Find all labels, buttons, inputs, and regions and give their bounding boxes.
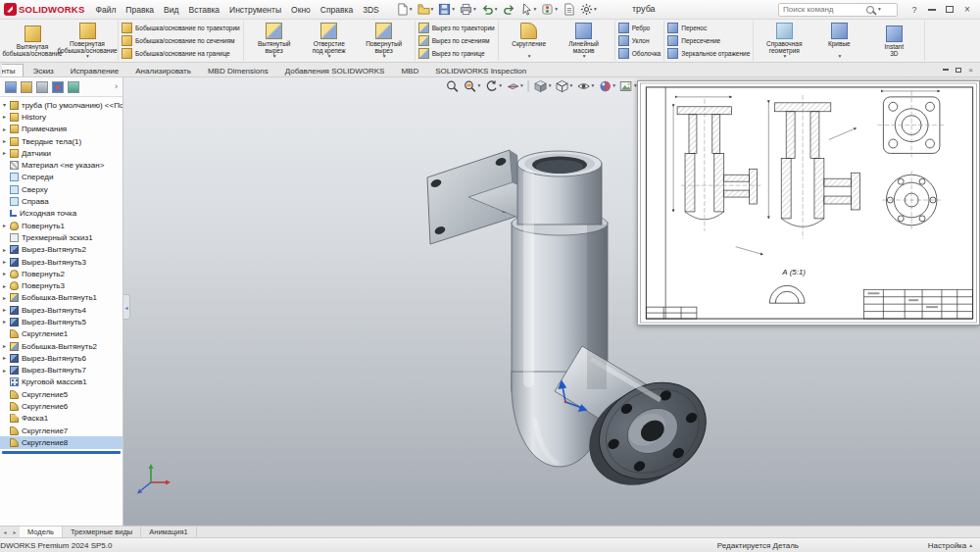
instant3d-button[interactable]: Instant3D [866,25,921,58]
dropdown-caret[interactable] [478,83,481,89]
search-dropdown-caret[interactable] [878,7,881,13]
doc-restore-button[interactable] [952,64,964,75]
tree-item-12[interactable]: Вырез-Вытянуть3 [0,256,122,268]
panel-collapse-handle[interactable] [123,294,130,320]
boundary-boss-button[interactable]: Бобышка/основание на границе [122,48,230,60]
expander-icon[interactable] [3,368,10,374]
search-input[interactable] [783,5,863,14]
expander-icon[interactable] [3,319,10,325]
revolved-boss-button[interactable]: Повернутаябобышка/основание [60,22,115,61]
linear-pattern-button[interactable]: Линейныймассив [557,22,612,61]
dropdown-caret[interactable] [528,54,531,60]
tab-0[interactable]: Элементы [2,64,24,76]
edit-appearance-button[interactable] [597,78,616,94]
hole-wizard-button[interactable]: Отверстиепод крепеж [302,22,357,61]
zoom-area-button[interactable] [463,78,482,94]
help-button[interactable] [906,2,923,17]
zoom-fit-button[interactable] [445,78,461,94]
expander-icon[interactable] [3,355,10,361]
close-button[interactable] [958,2,976,17]
tree-item-8[interactable]: Исходная точка [0,208,122,220]
menu-view[interactable]: Вид [159,5,183,15]
expander-icon[interactable] [3,307,10,313]
tree-item-23[interactable]: Скругление5 [0,388,122,400]
tree-item-17[interactable]: Вырез-Вытянуть5 [0,316,122,327]
intersect-button[interactable]: Пересечение [667,35,720,47]
tab-5[interactable]: Добавления SOLIDWORKS [277,65,393,76]
panel-tab-configurationmanager[interactable] [36,81,48,93]
file-properties-button[interactable] [561,3,577,16]
menu-window[interactable]: Окно [286,5,316,15]
tree-item-18[interactable]: Скругление1 [0,328,122,340]
expander-icon[interactable] [3,126,10,132]
tree-item-20[interactable]: Вырез-Вытянуть6 [0,352,122,364]
drawing-overlay[interactable]: А (5:1) [637,80,980,326]
tree-item-0[interactable]: History [0,111,122,123]
tree-item-16[interactable]: Вырез-Вытянуть4 [0,304,122,316]
dropdown-caret[interactable] [499,83,502,89]
lofted-boss-button[interactable]: Бобышка/основание по сечениям [122,35,234,47]
tab-1[interactable]: Эскиз [24,65,61,76]
expander-icon[interactable] [3,343,10,349]
dropdown-caret[interactable] [273,54,276,60]
tabs-scroll-left-button[interactable] [0,527,10,537]
move-button[interactable]: Перенос [667,23,707,34]
expander-icon[interactable] [3,247,10,253]
tree-item-13[interactable]: Повернуть2 [0,268,122,279]
rebuild-button[interactable] [539,3,560,16]
tree-item-4[interactable]: Материал <не указан> [0,159,122,171]
tree-item-19[interactable]: Бобышка-Вытянуть2 [0,340,122,352]
shell-button[interactable]: Оболочка [618,48,662,60]
panel-tab-dimxpertmanager[interactable] [52,81,64,93]
dropdown-caret[interactable] [383,54,386,60]
model-tab-0[interactable]: Модель [20,527,63,537]
customize-button[interactable]: Настройка [928,541,972,550]
tree-item-11[interactable]: Вырез-Вытянуть2 [0,244,122,256]
tab-2[interactable]: Исправление [63,65,127,76]
tabs-scroll-right-button[interactable] [10,527,20,537]
minimize-button[interactable] [923,2,941,17]
tree-item-24[interactable]: Скругление6 [0,400,122,412]
dropdown-caret[interactable] [570,83,573,89]
dropdown-caret[interactable] [520,83,523,89]
panel-tab-displaymanager[interactable] [68,81,79,93]
tab-4[interactable]: MBD Dimensions [200,65,276,76]
fillet-button[interactable]: Скругление [502,22,557,61]
open-document-button[interactable] [416,3,436,16]
panel-tabs-expand-chevron[interactable] [115,82,118,91]
lofted-cut-button[interactable]: Вырез по сечениям [418,35,490,47]
tree-item-21[interactable]: Вырез-Вытянуть7 [0,365,122,376]
tree-item-9[interactable]: Повернуть1 [0,220,122,231]
menu-3ds[interactable]: 3DS [358,5,384,15]
tree-item-1[interactable]: Примечания [0,124,122,135]
tree-item-6[interactable]: Сверху [0,183,122,195]
tree-item-14[interactable]: Повернуть3 [0,279,122,291]
model-tab-1[interactable]: Трехмерные виды [63,527,141,537]
dropdown-caret[interactable] [328,54,331,60]
extruded-cut-button[interactable]: Вытянутыйвырез [247,22,302,61]
expander-icon[interactable] [3,114,10,120]
print-button[interactable] [458,3,478,16]
mirror-button[interactable]: Зеркальное отражение [667,48,750,60]
tree-item-26[interactable]: Скругление7 [0,425,122,436]
dropdown-caret[interactable] [783,54,786,60]
tree-root-part[interactable]: труба (По умолчанию) <<По умолчанию>> [0,99,122,111]
panel-tab-propertymanager[interactable] [21,81,32,93]
dropdown-caret[interactable] [838,54,841,60]
menu-tools[interactable]: Инструменты [224,5,286,15]
model-tab-2[interactable]: Анимация1 [141,527,196,537]
tab-6[interactable]: MBD [393,65,426,76]
display-style-button[interactable] [555,78,574,94]
dropdown-caret[interactable] [549,83,552,89]
menu-edit[interactable]: Правка [121,5,159,15]
swept-boss-button[interactable]: Бобышка/основание по траектории [122,23,240,34]
new-document-button[interactable] [394,3,415,16]
menu-file[interactable]: Файл [90,5,121,15]
tree-item-22[interactable]: Круговой массив1 [0,376,122,388]
maximize-button[interactable] [941,2,958,17]
expander-icon[interactable] [3,150,10,156]
tab-3[interactable]: Анализировать [127,65,199,76]
section-view-button[interactable] [505,78,524,94]
tree-item-7[interactable]: Справа [0,195,122,207]
doc-minimize-button[interactable] [939,64,952,75]
